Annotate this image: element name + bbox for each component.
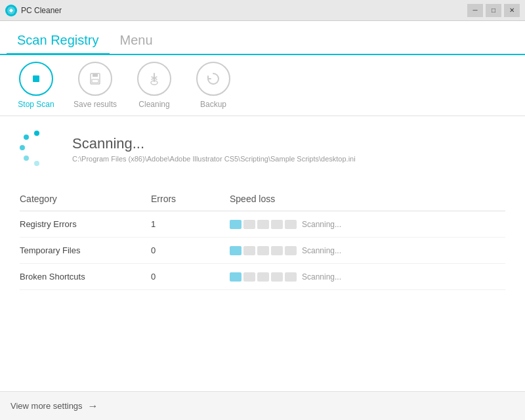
bar-seg-2 bbox=[243, 246, 255, 255]
table-row: Broken Shortcuts 0 Scanning... bbox=[20, 264, 505, 290]
title-bar: PC Cleaner ─ □ ✕ bbox=[0, 0, 525, 21]
category-broken-shortcuts: Broken Shortcuts bbox=[20, 264, 151, 290]
save-results-label: Save results bbox=[74, 100, 117, 109]
speed-bars bbox=[230, 246, 297, 255]
toolbar-backup[interactable]: Backup bbox=[190, 62, 236, 109]
bar-seg-4 bbox=[271, 220, 283, 229]
spinner bbox=[20, 129, 59, 169]
bar-seg-3 bbox=[257, 246, 269, 255]
speed-bars bbox=[230, 220, 297, 229]
spinner-dot-4 bbox=[24, 156, 29, 161]
errors-temp: 0 bbox=[151, 238, 230, 264]
spinner-dot-5 bbox=[34, 161, 39, 166]
scanning-path: C:\Program Files (x86)\Adobe\Adobe Illus… bbox=[72, 155, 356, 163]
view-more-settings-link[interactable]: View more settings → bbox=[10, 400, 98, 412]
spinner-dot-3 bbox=[20, 145, 25, 150]
speed-status-temp: Scanning... bbox=[302, 246, 341, 255]
speed-bars bbox=[230, 272, 297, 282]
results-table: Category Errors Speed loss Registry Erro… bbox=[20, 188, 505, 290]
speed-bar-container: Scanning... bbox=[230, 246, 499, 255]
backup-icon bbox=[196, 62, 230, 96]
bar-seg-4 bbox=[271, 272, 283, 282]
svg-rect-1 bbox=[33, 75, 39, 82]
scanning-text-block: Scanning... C:\Program Files (x86)\Adobe… bbox=[72, 135, 356, 163]
scanning-section: Scanning... C:\Program Files (x86)\Adobe… bbox=[20, 129, 505, 169]
tab-scan-registry[interactable]: Scan Registry bbox=[7, 28, 110, 55]
cleaning-label: Cleaning bbox=[138, 100, 169, 109]
minimize-button[interactable]: ─ bbox=[467, 4, 483, 17]
header-errors: Errors bbox=[151, 188, 230, 211]
speed-bar-container: Scanning... bbox=[230, 220, 499, 229]
bar-seg-5 bbox=[285, 272, 297, 282]
svg-rect-4 bbox=[92, 79, 98, 83]
save-results-icon bbox=[78, 62, 112, 96]
toolbar-save-results[interactable]: Save results bbox=[72, 62, 118, 109]
bar-seg-3 bbox=[257, 272, 269, 282]
backup-label: Backup bbox=[200, 100, 226, 109]
errors-shortcuts: 0 bbox=[151, 264, 230, 290]
scanning-title: Scanning... bbox=[72, 135, 356, 152]
arrow-icon: → bbox=[88, 400, 98, 412]
bar-seg-2 bbox=[243, 272, 255, 282]
toolbar: Stop Scan Save results Cleaning bbox=[0, 55, 525, 116]
bar-seg-2 bbox=[243, 220, 255, 229]
stop-scan-icon bbox=[19, 62, 53, 96]
tab-menu[interactable]: Menu bbox=[110, 28, 163, 55]
spinner-dot-1 bbox=[34, 131, 39, 136]
view-more-settings-label: View more settings bbox=[10, 401, 83, 411]
bar-seg-1 bbox=[230, 272, 242, 282]
speed-loss-temp: Scanning... bbox=[230, 238, 505, 264]
speed-loss-registry: Scanning... bbox=[230, 211, 505, 238]
header-speed-loss: Speed loss bbox=[230, 188, 505, 211]
speed-status-registry: Scanning... bbox=[302, 220, 341, 229]
footer: View more settings → bbox=[0, 391, 525, 420]
header-category: Category bbox=[20, 188, 151, 211]
speed-status-shortcuts: Scanning... bbox=[302, 272, 341, 282]
nav-tabs: Scan Registry Menu bbox=[0, 21, 525, 55]
bar-seg-3 bbox=[257, 220, 269, 229]
category-temp-files: Temporary Files bbox=[20, 238, 151, 264]
svg-rect-3 bbox=[93, 74, 98, 77]
maximize-button[interactable]: □ bbox=[486, 4, 501, 17]
table-header-row: Category Errors Speed loss bbox=[20, 188, 505, 211]
toolbar-cleaning[interactable]: Cleaning bbox=[131, 62, 177, 109]
app-icon bbox=[5, 5, 17, 16]
app-title: PC Cleaner bbox=[21, 6, 467, 15]
spinner-dot-2 bbox=[24, 135, 29, 140]
stop-scan-label: Stop Scan bbox=[18, 100, 54, 109]
toolbar-stop-scan[interactable]: Stop Scan bbox=[13, 62, 59, 109]
speed-bar-container: Scanning... bbox=[230, 272, 499, 282]
cleaning-icon bbox=[137, 62, 171, 96]
bar-seg-4 bbox=[271, 246, 283, 255]
main-content: Scanning... C:\Program Files (x86)\Adobe… bbox=[0, 116, 525, 391]
bar-seg-5 bbox=[285, 246, 297, 255]
errors-registry: 1 bbox=[151, 211, 230, 238]
speed-loss-shortcuts: Scanning... bbox=[230, 264, 505, 290]
window-controls: ─ □ ✕ bbox=[467, 4, 520, 17]
bar-seg-1 bbox=[230, 246, 242, 255]
bar-seg-1 bbox=[230, 220, 242, 229]
category-registry-errors: Registry Errors bbox=[20, 211, 151, 238]
bar-seg-5 bbox=[285, 220, 297, 229]
table-row: Temporary Files 0 Scanning... bbox=[20, 238, 505, 264]
close-button[interactable]: ✕ bbox=[504, 4, 520, 17]
table-row: Registry Errors 1 Scanning... bbox=[20, 211, 505, 238]
